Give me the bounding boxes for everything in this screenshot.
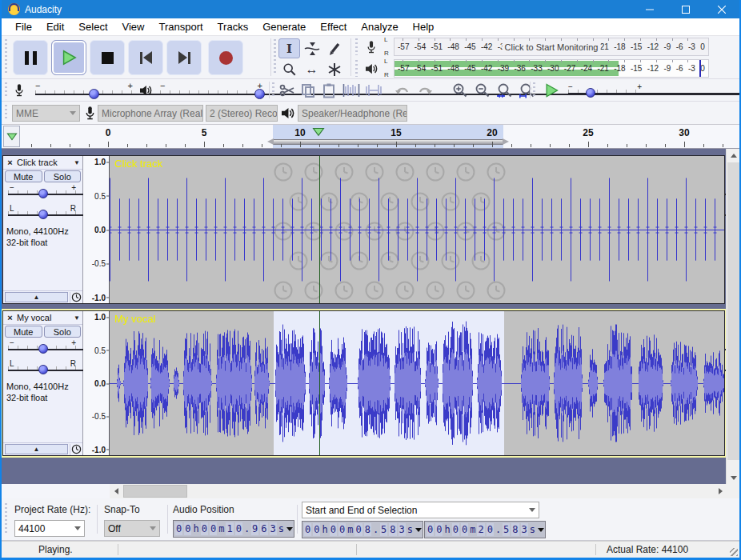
- menu-tracks[interactable]: Tracks: [210, 21, 256, 33]
- scroll-left-button[interactable]: [110, 484, 122, 498]
- selection-tool-button[interactable]: I: [278, 38, 300, 58]
- project-rate-select[interactable]: 44100: [14, 520, 85, 537]
- track1-gain-thumb[interactable]: [38, 189, 48, 198]
- recording-volume-thumb[interactable]: [89, 89, 99, 99]
- menu-edit[interactable]: Edit: [39, 21, 71, 33]
- track1-collapse-button[interactable]: ▲: [5, 292, 68, 302]
- copy-button[interactable]: [298, 81, 318, 100]
- audio-position-field[interactable]: 00h00m10.963s: [173, 520, 294, 538]
- undo-button[interactable]: [392, 81, 413, 100]
- scroll-up-button[interactable]: [727, 149, 740, 162]
- track2-mute-button[interactable]: Mute: [5, 326, 42, 338]
- minimize-button[interactable]: [631, 0, 667, 18]
- vertical-scroll-thumb[interactable]: [727, 162, 739, 460]
- playback-meter-grip[interactable]: [354, 60, 359, 77]
- recording-device-select[interactable]: Microphone Array (Realtek: [98, 105, 203, 122]
- recording-meter-button[interactable]: [360, 38, 383, 56]
- resize-grip[interactable]: [730, 548, 738, 556]
- track2-vertical-ruler[interactable]: 1.00.50.0-0.5-1.0: [83, 311, 110, 455]
- menu-file[interactable]: File: [8, 21, 39, 33]
- menu-transport[interactable]: Transport: [151, 21, 210, 33]
- track2-solo-button[interactable]: Solo: [44, 326, 82, 338]
- track2-waveform-area[interactable]: My vocal: [110, 311, 724, 455]
- pinned-play-head-button[interactable]: [3, 126, 20, 147]
- track1-name[interactable]: Click track: [15, 158, 74, 167]
- track1-mute-button[interactable]: Mute: [5, 170, 42, 182]
- play-button[interactable]: [51, 40, 86, 75]
- play-at-speed-button[interactable]: [541, 81, 562, 100]
- trim-audio-button[interactable]: [341, 81, 362, 100]
- selection-mode-select[interactable]: Start and End of Selection: [302, 502, 539, 518]
- time-format-dropdown[interactable]: [415, 528, 422, 532]
- selection-toolbar-grip[interactable]: [3, 503, 9, 535]
- maximize-button[interactable]: [667, 0, 703, 18]
- cut-button[interactable]: [277, 81, 298, 100]
- zoom-out-button[interactable]: [472, 81, 493, 100]
- track1-waveform-area[interactable]: Click track: [110, 156, 724, 303]
- redo-button[interactable]: [415, 81, 435, 100]
- track1-vertical-ruler[interactable]: 1.00.50.0-0.5-1.0: [83, 156, 110, 303]
- track1-solo-button[interactable]: Solo: [44, 170, 82, 182]
- tools-grip[interactable]: [272, 39, 278, 75]
- device-grip[interactable]: [3, 105, 9, 121]
- track2-waveform-canvas[interactable]: [110, 311, 724, 455]
- silence-audio-button[interactable]: [363, 81, 384, 100]
- playback-volume-thumb[interactable]: [254, 89, 265, 99]
- pause-button[interactable]: [13, 40, 48, 75]
- zoom-selection-button[interactable]: [495, 81, 515, 100]
- track1-close-button[interactable]: ×: [5, 158, 15, 167]
- menu-generate[interactable]: Generate: [255, 21, 313, 33]
- track2-name[interactable]: My vocal: [15, 313, 74, 322]
- play-speed-thumb[interactable]: [586, 88, 595, 98]
- track2-menu-button[interactable]: ▼: [74, 314, 81, 322]
- menu-help[interactable]: Help: [406, 21, 442, 33]
- playback-meter[interactable]: -57-54-51-48-45-42-39-36-33-30-27-24-21-…: [394, 59, 709, 78]
- track2-collapse-button[interactable]: ▲: [5, 444, 68, 454]
- recording-meter[interactable]: -57-54-51-48-45-42-39-36-33-30-27-24-21-…: [394, 38, 709, 56]
- recording-meter-grip[interactable]: [354, 38, 359, 55]
- transport-grip[interactable]: [3, 39, 9, 75]
- zoom-in-button[interactable]: [450, 81, 471, 100]
- skip-to-end-button[interactable]: [166, 40, 202, 75]
- paste-button[interactable]: [318, 81, 339, 100]
- menu-effect[interactable]: Effect: [313, 21, 354, 33]
- recording-channels-select[interactable]: 2 (Stereo) Recor: [206, 105, 278, 122]
- time-format-dropdown[interactable]: [538, 528, 544, 532]
- track2-gain-slider[interactable]: − +: [8, 340, 78, 359]
- track1-pan-thumb[interactable]: [38, 210, 48, 219]
- edit-grip[interactable]: [270, 82, 276, 98]
- vertical-scrollbar[interactable]: [726, 149, 739, 484]
- track1-gain-slider[interactable]: − +: [8, 185, 78, 204]
- record-button[interactable]: [208, 40, 243, 75]
- playhead-marker[interactable]: [312, 126, 325, 137]
- play-speed-grip[interactable]: [531, 82, 537, 98]
- menu-analyze[interactable]: Analyze: [354, 21, 405, 33]
- monitoring-hint[interactable]: Click to Start Monitoring: [503, 42, 601, 52]
- title-bar[interactable]: Audacity: [2, 0, 739, 18]
- timeshift-tool-button[interactable]: ↔: [301, 59, 322, 79]
- track1-menu-button[interactable]: ▼: [74, 159, 81, 166]
- menu-select[interactable]: Select: [71, 21, 114, 33]
- time-format-dropdown[interactable]: [286, 527, 293, 531]
- track1-clock-icon[interactable]: [70, 292, 82, 303]
- horizontal-scroll-thumb[interactable]: [123, 485, 187, 498]
- selection-end-field[interactable]: 00h00m20.583s: [424, 521, 546, 538]
- snap-to-select[interactable]: Off: [104, 520, 160, 537]
- scroll-down-button[interactable]: [727, 471, 740, 484]
- track1-pan-slider[interactable]: L R: [8, 206, 78, 225]
- envelope-tool-button[interactable]: [301, 38, 322, 58]
- skip-to-start-button[interactable]: [128, 40, 163, 75]
- track2-clock-icon[interactable]: [70, 444, 82, 455]
- multi-tool-button[interactable]: [323, 59, 345, 79]
- selection-start-field[interactable]: 00h00m08.583s: [302, 521, 423, 538]
- playback-device-select[interactable]: Speaker/Headphone (Realte: [298, 105, 407, 122]
- track1-waveform-canvas[interactable]: [110, 156, 724, 303]
- mixer-grip[interactable]: [3, 82, 9, 98]
- scroll-right-button[interactable]: [714, 484, 727, 498]
- menu-view[interactable]: View: [115, 21, 152, 33]
- quick-play-bar[interactable]: [273, 139, 503, 145]
- track2-gain-thumb[interactable]: [38, 344, 48, 354]
- playback-meter-button[interactable]: [360, 59, 383, 78]
- draw-tool-button[interactable]: [323, 38, 345, 58]
- close-button[interactable]: [703, 0, 739, 18]
